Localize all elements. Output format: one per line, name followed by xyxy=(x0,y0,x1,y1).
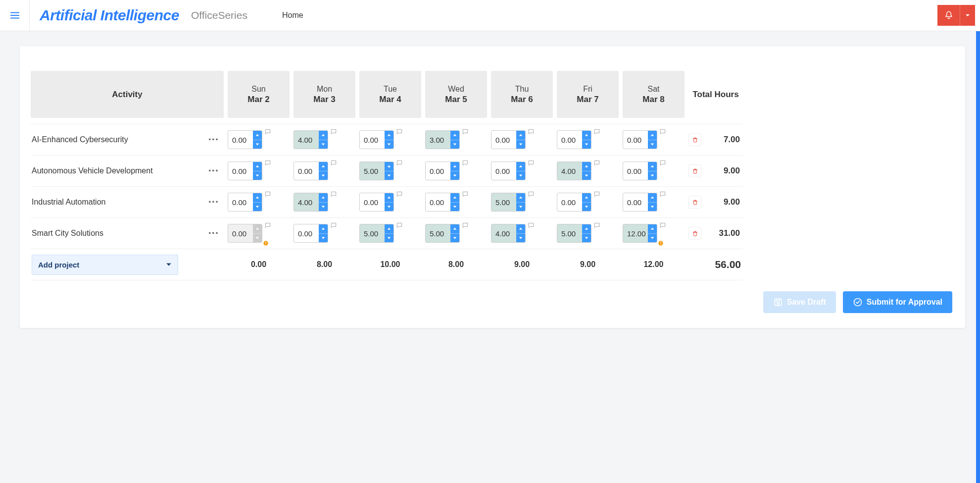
hours-input[interactable] xyxy=(623,162,648,180)
spinner-down[interactable] xyxy=(450,140,459,149)
spinner-down[interactable] xyxy=(516,171,525,180)
hours-input[interactable] xyxy=(294,162,319,180)
spinner-down[interactable] xyxy=(450,234,459,243)
hours-input[interactable] xyxy=(623,193,648,211)
comment-icon[interactable] xyxy=(462,128,469,135)
spinner-down[interactable] xyxy=(450,203,459,212)
hours-input[interactable] xyxy=(623,131,648,149)
spinner-down[interactable] xyxy=(319,203,328,212)
hours-input[interactable] xyxy=(228,224,253,242)
save-draft-button[interactable]: Save Draft xyxy=(763,291,836,313)
comment-icon[interactable] xyxy=(396,160,403,166)
comment-icon[interactable] xyxy=(593,160,600,166)
hours-input[interactable] xyxy=(426,224,450,242)
comment-icon[interactable] xyxy=(264,191,271,198)
comment-icon[interactable] xyxy=(264,128,271,135)
hours-input[interactable] xyxy=(294,193,319,211)
spinner-up[interactable] xyxy=(385,131,393,140)
add-project-dropdown[interactable]: Add project xyxy=(32,255,178,275)
spinner-down[interactable] xyxy=(253,140,262,149)
spinner-up[interactable] xyxy=(450,131,459,140)
spinner-up[interactable] xyxy=(582,224,591,234)
hours-input[interactable] xyxy=(557,224,582,242)
spinner-up[interactable] xyxy=(253,131,262,140)
comment-icon[interactable] xyxy=(593,191,600,198)
spinner-up[interactable] xyxy=(648,224,657,234)
spinner-down[interactable] xyxy=(450,171,459,180)
comment-icon[interactable] xyxy=(659,160,666,166)
spinner-up[interactable] xyxy=(648,162,657,171)
delete-row-button[interactable] xyxy=(688,227,701,240)
spinner-down[interactable] xyxy=(648,234,657,243)
spinner-up[interactable] xyxy=(319,224,328,234)
menu-toggle[interactable] xyxy=(0,0,30,31)
spinner-up[interactable] xyxy=(253,193,262,203)
hours-input[interactable] xyxy=(228,131,253,149)
hours-input[interactable] xyxy=(426,193,450,211)
comment-icon[interactable] xyxy=(659,191,666,198)
hours-input[interactable] xyxy=(360,131,385,149)
spinner-down[interactable] xyxy=(385,203,393,212)
spinner-up[interactable] xyxy=(450,224,459,234)
hours-input[interactable] xyxy=(360,193,385,211)
hours-input[interactable] xyxy=(426,162,450,180)
row-more-button[interactable]: ··· xyxy=(203,227,224,240)
delete-row-button[interactable] xyxy=(688,133,701,146)
spinner-up[interactable] xyxy=(516,224,525,234)
spinner-down[interactable] xyxy=(319,171,328,180)
submit-approval-button[interactable]: Submit for Approval xyxy=(843,291,952,313)
spinner-up[interactable] xyxy=(648,193,657,203)
hours-input[interactable] xyxy=(228,162,253,180)
comment-icon[interactable] xyxy=(330,160,337,166)
comment-icon[interactable] xyxy=(264,222,271,229)
spinner-up[interactable] xyxy=(319,193,328,203)
comment-icon[interactable] xyxy=(396,128,403,135)
spinner-down[interactable] xyxy=(253,171,262,180)
comment-icon[interactable] xyxy=(593,128,600,135)
hours-input[interactable] xyxy=(557,193,582,211)
comment-icon[interactable] xyxy=(659,222,666,229)
spinner-up[interactable] xyxy=(516,162,525,171)
spinner-down[interactable] xyxy=(516,203,525,212)
hours-input[interactable] xyxy=(491,131,516,149)
hours-input[interactable] xyxy=(228,193,253,211)
spinner-down[interactable] xyxy=(582,171,591,180)
hours-input[interactable] xyxy=(557,131,582,149)
hours-input[interactable] xyxy=(557,162,582,180)
spinner-down[interactable] xyxy=(319,140,328,149)
comment-icon[interactable] xyxy=(396,191,403,198)
spinner-down[interactable] xyxy=(582,140,591,149)
row-more-button[interactable]: ··· xyxy=(203,164,224,177)
hours-input[interactable] xyxy=(294,131,319,149)
comment-icon[interactable] xyxy=(264,160,271,166)
delete-row-button[interactable] xyxy=(688,196,701,209)
comment-icon[interactable] xyxy=(396,222,403,229)
delete-row-button[interactable] xyxy=(688,164,701,177)
spinner-down[interactable] xyxy=(516,140,525,149)
spinner-up[interactable] xyxy=(648,131,657,140)
spinner-down[interactable] xyxy=(582,203,591,212)
row-more-button[interactable]: ··· xyxy=(203,196,224,209)
comment-icon[interactable] xyxy=(330,222,337,229)
spinner-down[interactable] xyxy=(385,140,393,149)
spinner-down[interactable] xyxy=(648,140,657,149)
spinner-up[interactable] xyxy=(319,131,328,140)
comment-icon[interactable] xyxy=(659,128,666,135)
hours-input[interactable] xyxy=(360,162,385,180)
spinner-up[interactable] xyxy=(582,193,591,203)
comment-icon[interactable] xyxy=(330,191,337,198)
comment-icon[interactable] xyxy=(528,160,535,166)
hours-input[interactable] xyxy=(623,224,648,242)
spinner-up[interactable] xyxy=(253,162,262,171)
spinner-up[interactable] xyxy=(385,162,393,171)
hours-input[interactable] xyxy=(426,131,450,149)
hours-input[interactable] xyxy=(491,193,516,211)
comment-icon[interactable] xyxy=(462,222,469,229)
spinner-up[interactable] xyxy=(319,162,328,171)
comment-icon[interactable] xyxy=(528,222,535,229)
spinner-down[interactable] xyxy=(648,171,657,180)
spinner-down[interactable] xyxy=(385,171,393,180)
comment-icon[interactable] xyxy=(462,160,469,166)
spinner-up[interactable] xyxy=(450,193,459,203)
spinner-up[interactable] xyxy=(450,162,459,171)
